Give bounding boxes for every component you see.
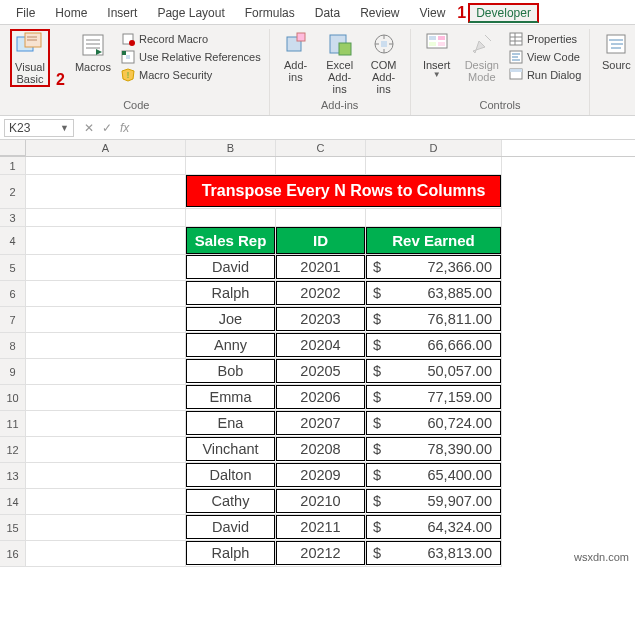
design-mode-button[interactable]: Design Mode xyxy=(461,29,503,85)
fx-icon[interactable]: fx xyxy=(120,121,129,135)
cancel-icon[interactable]: ✕ xyxy=(84,121,94,135)
cell[interactable] xyxy=(186,157,276,175)
cell[interactable] xyxy=(26,489,186,515)
cell[interactable] xyxy=(26,515,186,541)
view-code-button[interactable]: View Code xyxy=(507,49,583,65)
cell[interactable]: Bob xyxy=(186,359,276,385)
cell[interactable]: 20205 xyxy=(276,359,366,385)
cell[interactable]: $63,885.00 xyxy=(366,281,502,307)
cell[interactable] xyxy=(26,175,186,209)
tab-data[interactable]: Data xyxy=(305,2,350,24)
cell[interactable] xyxy=(366,209,502,227)
cell[interactable]: $63,813.00 xyxy=(366,541,502,567)
cell[interactable]: 20206 xyxy=(276,385,366,411)
row-head[interactable]: 9 xyxy=(0,359,26,385)
cell[interactable]: 20210 xyxy=(276,489,366,515)
properties-button[interactable]: Properties xyxy=(507,31,583,47)
visual-basic-button[interactable]: Visual Basic xyxy=(10,29,50,87)
com-addins-button[interactable]: COM Add-ins xyxy=(364,29,404,97)
tab-developer[interactable]: Developer xyxy=(468,3,539,23)
name-box[interactable]: K23 ▼ xyxy=(4,119,74,137)
row-head[interactable]: 14 xyxy=(0,489,26,515)
cell[interactable]: 20202 xyxy=(276,281,366,307)
cell[interactable]: $77,159.00 xyxy=(366,385,502,411)
cell[interactable] xyxy=(26,157,186,175)
cell[interactable] xyxy=(26,333,186,359)
row-head[interactable]: 12 xyxy=(0,437,26,463)
cell[interactable]: David xyxy=(186,515,276,541)
tab-file[interactable]: File xyxy=(6,2,45,24)
use-relative-refs-button[interactable]: Use Relative References xyxy=(119,49,263,65)
macros-button[interactable]: Macros xyxy=(71,29,115,75)
cell[interactable]: $72,366.00 xyxy=(366,255,502,281)
cell[interactable]: $76,811.00 xyxy=(366,307,502,333)
row-head[interactable]: 7 xyxy=(0,307,26,333)
row-head[interactable]: 11 xyxy=(0,411,26,437)
tab-insert[interactable]: Insert xyxy=(97,2,147,24)
cell[interactable]: 20208 xyxy=(276,437,366,463)
formula-input[interactable] xyxy=(137,120,437,136)
row-head[interactable]: 8 xyxy=(0,333,26,359)
chevron-down-icon[interactable]: ▼ xyxy=(60,123,69,133)
row-head[interactable]: 16 xyxy=(0,541,26,567)
cell[interactable]: ID xyxy=(276,227,366,255)
col-head-a[interactable]: A xyxy=(26,140,186,156)
cell[interactable]: 20204 xyxy=(276,333,366,359)
row-head[interactable]: 15 xyxy=(0,515,26,541)
cell[interactable]: $59,907.00 xyxy=(366,489,502,515)
record-macro-button[interactable]: Record Macro xyxy=(119,31,263,47)
source-button[interactable]: Sourc xyxy=(596,29,635,73)
cell[interactable] xyxy=(276,209,366,227)
cell[interactable] xyxy=(26,255,186,281)
cell[interactable]: Cathy xyxy=(186,489,276,515)
enter-icon[interactable]: ✓ xyxy=(102,121,112,135)
cell[interactable]: $66,666.00 xyxy=(366,333,502,359)
cell[interactable] xyxy=(26,359,186,385)
excel-addins-button[interactable]: Excel Add-ins xyxy=(320,29,360,97)
run-dialog-button[interactable]: Run Dialog xyxy=(507,67,583,83)
col-head-d[interactable]: D xyxy=(366,140,502,156)
cell[interactable]: $65,400.00 xyxy=(366,463,502,489)
cell[interactable]: Rev Earned xyxy=(366,227,502,255)
cell[interactable]: 20211 xyxy=(276,515,366,541)
cell[interactable]: 20207 xyxy=(276,411,366,437)
cell[interactable]: $50,057.00 xyxy=(366,359,502,385)
col-head-c[interactable]: C xyxy=(276,140,366,156)
tab-home[interactable]: Home xyxy=(45,2,97,24)
cell[interactable] xyxy=(26,209,186,227)
cell[interactable]: Ena xyxy=(186,411,276,437)
row-head[interactable]: 1 xyxy=(0,157,26,175)
cell[interactable]: 20203 xyxy=(276,307,366,333)
cell[interactable]: $78,390.00 xyxy=(366,437,502,463)
cell[interactable]: Ralph xyxy=(186,541,276,567)
cell[interactable]: Dalton xyxy=(186,463,276,489)
tab-view[interactable]: View xyxy=(410,2,456,24)
cell[interactable]: 20209 xyxy=(276,463,366,489)
macro-security-button[interactable]: ! Macro Security xyxy=(119,67,263,83)
cell[interactable] xyxy=(26,541,186,567)
cell[interactable] xyxy=(26,307,186,333)
cell[interactable]: Transpose Every N Rows to Columns xyxy=(186,175,502,209)
cell[interactable]: Ralph xyxy=(186,281,276,307)
select-all-triangle[interactable] xyxy=(0,140,26,156)
row-head[interactable]: 2 xyxy=(0,175,26,209)
row-head[interactable]: 10 xyxy=(0,385,26,411)
cell[interactable] xyxy=(186,209,276,227)
cell[interactable]: 20212 xyxy=(276,541,366,567)
insert-control-button[interactable]: Insert ▼ xyxy=(417,29,457,82)
cell[interactable]: $60,724.00 xyxy=(366,411,502,437)
cell[interactable]: Vinchant xyxy=(186,437,276,463)
col-head-b[interactable]: B xyxy=(186,140,276,156)
row-head[interactable]: 4 xyxy=(0,227,26,255)
cell[interactable] xyxy=(26,411,186,437)
cell[interactable]: Joe xyxy=(186,307,276,333)
cell[interactable] xyxy=(26,281,186,307)
row-head[interactable]: 5 xyxy=(0,255,26,281)
cell[interactable]: Anny xyxy=(186,333,276,359)
cell[interactable]: David xyxy=(186,255,276,281)
cell[interactable] xyxy=(276,157,366,175)
tab-review[interactable]: Review xyxy=(350,2,409,24)
addins-button[interactable]: Add- ins xyxy=(276,29,316,85)
row-head[interactable]: 13 xyxy=(0,463,26,489)
row-head[interactable]: 3 xyxy=(0,209,26,227)
